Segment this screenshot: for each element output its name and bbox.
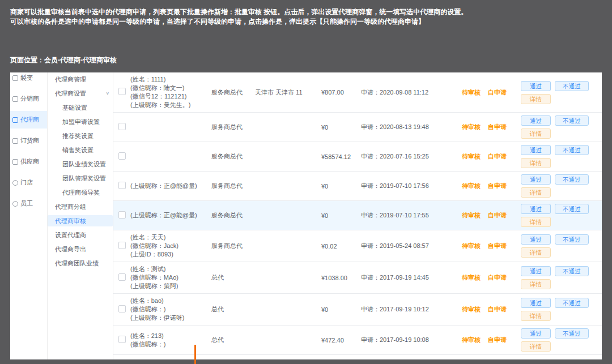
row-checkbox[interactable] — [118, 123, 126, 130]
fission-icon — [12, 75, 18, 81]
apply-type-badge: 自申请 — [488, 123, 521, 131]
agent-review-table: (姓名：1111)(微信昵称：陆文一)(微信号12：112121)(上级昵称：曼… — [113, 72, 602, 355]
approve-button[interactable]: 通过 — [521, 328, 551, 339]
agent-level-cell: 服务商总代 — [211, 242, 255, 250]
sidebar-item-label: 裂变 — [20, 74, 33, 82]
detail-button[interactable]: 详情 — [521, 341, 551, 352]
detail-button[interactable]: 详情 — [521, 217, 551, 227]
agent-level-cell: 服务商总代 — [211, 182, 255, 190]
agent-info-cell: (姓名：测试)(微信昵称：MAo)(上级昵称：策阿) — [130, 265, 211, 290]
checkbox-cell — [113, 181, 130, 191]
submenu-item-1[interactable]: 代理商管理 — [48, 74, 113, 85]
distributor-icon — [12, 96, 18, 102]
apply-type-badge: 自申请 — [488, 182, 521, 190]
row-checkbox[interactable] — [118, 336, 126, 343]
sidebar-item-7[interactable]: 员工 — [10, 195, 47, 212]
action-buttons-row: 通过不通过 — [521, 234, 602, 245]
agent-info-line: (上级昵称：伊诺呀) — [130, 314, 211, 322]
detail-button[interactable]: 详情 — [521, 311, 551, 321]
detail-button[interactable]: 详情 — [521, 94, 551, 104]
reject-button[interactable]: 不通过 — [555, 234, 589, 245]
row-checkbox[interactable] — [118, 273, 126, 281]
detail-button[interactable]: 详情 — [521, 279, 551, 289]
sidebar-item-1[interactable]: 裂变 — [10, 72, 47, 87]
row-checkbox[interactable] — [118, 152, 126, 160]
amount-cell: ¥0.02 — [321, 243, 361, 250]
apply-type-badge: 自申请 — [488, 336, 521, 344]
row-checkbox[interactable] — [118, 211, 126, 219]
reject-button[interactable]: 不通过 — [555, 298, 589, 308]
detail-button[interactable]: 详情 — [521, 247, 551, 258]
action-buttons-row: 通过不通过 — [521, 145, 602, 155]
submenu-item-13[interactable]: 代理商导出 — [48, 243, 113, 255]
reject-button[interactable]: 不通过 — [555, 145, 589, 155]
submenu-item-label: 代理商领导奖 — [62, 189, 100, 196]
submenu-item-4[interactable]: 加盟申请设置 — [48, 116, 113, 127]
agent-info-line: (姓名：天天) — [130, 233, 211, 242]
submenu-item-7[interactable]: 团队业绩奖设置 — [48, 159, 113, 170]
supplier-icon — [12, 159, 18, 165]
sidebar-item-3[interactable]: 代理商 — [10, 111, 47, 129]
approve-button[interactable]: 通过 — [521, 145, 551, 155]
reject-button[interactable]: 不通过 — [555, 328, 589, 339]
detail-button[interactable]: 详情 — [521, 187, 551, 198]
agent-info-line: (上级昵称：曼先生。) — [130, 101, 211, 109]
approve-button[interactable]: 通过 — [521, 115, 551, 126]
submenu-item-label: 代理商设置 — [55, 89, 86, 97]
reject-button[interactable]: 不通过 — [555, 81, 589, 91]
submenu-item-label: 设置代理商 — [55, 231, 86, 239]
approve-button[interactable]: 通过 — [521, 81, 551, 91]
apply-type-badge: 自申请 — [488, 273, 521, 282]
row-checkbox[interactable] — [118, 182, 126, 189]
apply-time-cell: 申请：2017-09-19 10:12 — [361, 305, 462, 314]
annotation-line-2: 可以审核的条件是选中的申请都是同一等级的申请，当选择了不同等级的申请，点击操作是… — [10, 17, 600, 27]
submenu-item-9[interactable]: 代理商领导奖 — [48, 187, 113, 198]
detail-button[interactable]: 详情 — [521, 129, 551, 139]
sidebar-item-4[interactable]: 订货商 — [10, 132, 47, 149]
submenu-item-label: 代理商分组 — [55, 203, 86, 211]
approve-button[interactable]: 通过 — [521, 266, 551, 276]
submenu-item-11[interactable]: 代理商审核 — [48, 215, 113, 226]
checkbox-cell — [113, 122, 130, 132]
approve-button[interactable]: 通过 — [521, 204, 551, 214]
table-row: (上级昵称：正@能@量)服务商总代¥0申请：2019-07-10 17:56待审… — [113, 172, 602, 201]
agent-info-line: (姓名：213) — [130, 332, 211, 340]
region-text: 天津市 天津市 11 — [255, 88, 304, 97]
submenu-item-10[interactable]: 代理商分组 — [48, 201, 113, 212]
checkbox-cell — [113, 335, 130, 345]
submenu-item-12[interactable]: 设置代理商 — [48, 229, 113, 241]
reject-button[interactable]: 不通过 — [555, 174, 589, 185]
submenu-item-14[interactable]: 代理商团队业绩 — [48, 258, 113, 269]
submenu-item-8[interactable]: 团队管理奖设置 — [48, 173, 113, 184]
row-checkbox[interactable] — [118, 88, 126, 95]
agent-info-line: (微信号12：112121) — [130, 92, 211, 101]
submenu-item-2[interactable]: 代理商设置∨ — [48, 88, 113, 99]
status-badge: 待审核 — [462, 123, 488, 131]
chevron-down-icon: ∨ — [105, 90, 109, 96]
detail-button[interactable]: 详情 — [521, 158, 551, 168]
approve-button[interactable]: 通过 — [521, 174, 551, 185]
submenu-item-3[interactable]: 基础设置 — [48, 102, 113, 113]
approve-button[interactable]: 通过 — [521, 298, 551, 308]
agent-info-cell: (上级昵称：正@能@量) — [130, 211, 211, 220]
row-checkbox[interactable] — [118, 305, 126, 312]
reject-button[interactable]: 不通过 — [555, 266, 589, 276]
sidebar-item-label: 员工 — [20, 199, 33, 208]
status-badge: 待审核 — [462, 273, 488, 282]
sidebar-item-6[interactable]: 门店 — [10, 174, 47, 191]
app-window: 裂变分销商代理商订货商供应商门店员工 代理商管理代理商设置∨基础设置加盟申请设置… — [10, 72, 602, 359]
row-checkbox[interactable] — [118, 242, 126, 249]
sidebar-item-5[interactable]: 供应商 — [10, 153, 47, 170]
sidebar-item-label: 分销商 — [20, 95, 39, 103]
sidebar-item-label: 订货商 — [20, 136, 39, 145]
approve-button[interactable]: 通过 — [521, 234, 551, 245]
submenu-item-6[interactable]: 销售奖设置 — [48, 144, 113, 156]
submenu-item-5[interactable]: 推荐奖设置 — [48, 130, 113, 142]
action-buttons-row: 通过不通过 — [521, 81, 602, 91]
sidebar-item-2[interactable]: 分销商 — [10, 90, 47, 108]
apply-time-cell: 申请：2017-09-19 14:45 — [361, 273, 462, 282]
agent-info-line: (上级ID：8093) — [130, 250, 211, 259]
apply-type-badge: 自申请 — [488, 242, 521, 250]
reject-button[interactable]: 不通过 — [555, 115, 589, 126]
reject-button[interactable]: 不通过 — [555, 204, 589, 214]
